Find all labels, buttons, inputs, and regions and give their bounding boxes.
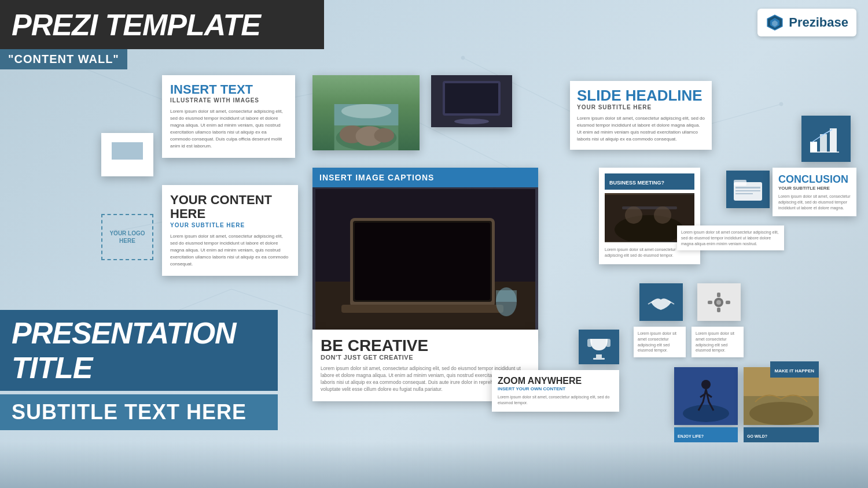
svg-point-12 bbox=[461, 56, 465, 60]
handshake-icon-card bbox=[639, 283, 683, 321]
svg-rect-66 bbox=[606, 339, 610, 347]
monitor-card bbox=[101, 133, 153, 176]
logo-placeholder-text: YOUR LOGO HERE bbox=[102, 230, 152, 245]
right-text-block-2: Lorem ipsum dolor sit amet consectetur a… bbox=[634, 327, 686, 357]
svg-rect-64 bbox=[593, 358, 605, 360]
svg-point-34 bbox=[454, 119, 489, 124]
jump-image-card: ENJOY LIFE? bbox=[674, 367, 738, 425]
zoom-anywhere-card: ZOOM ANYWHERE INSERT YOUR OWN CONTENT Lo… bbox=[492, 370, 619, 412]
presentation-title: PRESENTATION TITLE bbox=[12, 316, 236, 385]
svg-rect-23 bbox=[119, 166, 136, 168]
svg-rect-21 bbox=[112, 142, 143, 160]
svg-point-69 bbox=[701, 380, 711, 389]
folder-icon-card bbox=[726, 171, 770, 208]
enjoy-life-label: ENJOY LIFE? bbox=[678, 434, 704, 438]
make-it-happen-label: MAKE IT HAPPEN bbox=[775, 368, 814, 374]
svg-point-30 bbox=[341, 104, 391, 119]
svg-point-28 bbox=[374, 128, 393, 143]
image-captions-header: INSERT IMAGE CAPTIONS bbox=[312, 168, 538, 187]
folder-icon bbox=[732, 175, 764, 204]
svg-rect-62 bbox=[726, 301, 730, 304]
laptop-large-img bbox=[315, 189, 535, 334]
svg-rect-44 bbox=[341, 305, 503, 313]
chart-icon bbox=[807, 121, 845, 156]
insert-text-card: INSERT TEXT ILLUSTRATE WITH IMAGES Lorem… bbox=[162, 75, 295, 158]
chart-card bbox=[801, 116, 851, 162]
conclusion-card: CONCLUSION YOUR SUBTITLE HERE Lorem ipsu… bbox=[773, 168, 856, 216]
svg-point-68 bbox=[683, 405, 729, 422]
enjoy-life-header: ENJOY LIFE? bbox=[674, 427, 738, 442]
presentation-title-area: PRESENTATION TITLE SUBTITLE TEXT HERE bbox=[0, 310, 278, 430]
svg-rect-61 bbox=[708, 301, 712, 304]
conclusion-subheading: YOUR SUBTITLE HERE bbox=[778, 186, 851, 191]
svg-rect-65 bbox=[587, 339, 592, 347]
conclusion-heading: CONCLUSION bbox=[778, 173, 851, 186]
go-wild-header: GO WILD? bbox=[744, 427, 819, 442]
shadow-overlay bbox=[0, 442, 868, 488]
your-content-heading: YOUR CONTENT HERE bbox=[170, 193, 290, 221]
prezibase-icon bbox=[766, 13, 784, 32]
right-text-block-1: Lorem ipsum dolor sit amet consectetur a… bbox=[677, 225, 784, 250]
svg-rect-56 bbox=[735, 193, 753, 194]
presentation-subtitle: SUBTITLE TEXT HERE bbox=[12, 400, 247, 424]
svg-rect-59 bbox=[717, 293, 720, 297]
slide-headline-heading: SLIDE HEADLINE bbox=[577, 88, 705, 103]
right-text-1-body: Lorem ipsum dolor sit amet consectetur a… bbox=[681, 230, 780, 246]
be-creative-heading: BE CREATIVE bbox=[321, 338, 530, 354]
right-text-2-body: Lorem ipsum dolor sit amet consectetur a… bbox=[638, 331, 682, 353]
prezibase-logo[interactable]: Prezibase bbox=[757, 9, 856, 36]
svg-point-58 bbox=[716, 300, 721, 305]
svg-rect-33 bbox=[445, 83, 498, 113]
your-content-card: YOUR CONTENT HERE YOUR SUBTITLE HERE Lor… bbox=[162, 185, 298, 276]
svg-rect-37 bbox=[830, 128, 837, 152]
laptop-small-img bbox=[431, 75, 512, 127]
zoom-body: Lorem ipsum dolor sit amet, consectetur … bbox=[498, 394, 613, 406]
insert-text-body: Lorem ipsum dolor sit amet, consectetur … bbox=[170, 108, 287, 150]
slide-headline-subheading: YOUR SUBTITLE HERE bbox=[577, 104, 705, 110]
svg-rect-60 bbox=[717, 308, 720, 312]
rocks-illustration bbox=[332, 104, 401, 150]
svg-rect-35 bbox=[810, 142, 817, 152]
image-captions-label: INSERT IMAGE CAPTIONS bbox=[319, 173, 434, 182]
image-captions-image bbox=[312, 187, 538, 335]
trophy-icon-card bbox=[579, 330, 619, 364]
presentation-title-block: PRESENTATION TITLE bbox=[0, 310, 278, 391]
header-title: PREZI TEMPLATE bbox=[12, 10, 260, 40]
svg-point-50 bbox=[625, 206, 642, 224]
right-text-3-body: Lorem ipsum dolor sit amet consectetur a… bbox=[696, 331, 740, 353]
jump-image bbox=[674, 367, 738, 425]
gear-icon bbox=[703, 288, 735, 317]
svg-point-14 bbox=[779, 102, 783, 106]
slide-headline-card: SLIDE HEADLINE YOUR SUBTITLE HERE Lorem … bbox=[570, 81, 712, 150]
subtitle-label: "CONTENT WALL" bbox=[8, 53, 119, 66]
trophy-icon bbox=[584, 334, 613, 360]
svg-rect-63 bbox=[596, 354, 602, 358]
laptop-small-card bbox=[431, 75, 512, 127]
presentation-subtitle-block: SUBTITLE TEXT HERE bbox=[0, 394, 278, 430]
svg-rect-53 bbox=[734, 180, 746, 186]
make-it-happen-header: MAKE IT HAPPEN bbox=[770, 361, 819, 378]
subtitle-banner: "CONTENT WALL" bbox=[0, 49, 127, 69]
svg-rect-55 bbox=[735, 190, 760, 191]
your-content-subheading: YOUR SUBTITLE HERE bbox=[170, 222, 290, 228]
svg-rect-54 bbox=[735, 187, 760, 188]
header-banner: PREZI TEMPLATE bbox=[0, 0, 324, 49]
your-content-body: Lorem ipsum dolor sit amet, consectetur … bbox=[170, 233, 290, 268]
svg-rect-43 bbox=[355, 223, 490, 300]
insert-text-subheading: ILLUSTRATE WITH IMAGES bbox=[170, 97, 287, 103]
slide-headline-body: Lorem ipsum dolor sit amet, consectetur … bbox=[577, 115, 705, 143]
conclusion-body: Lorem ipsum dolor sit amet, consectetur … bbox=[778, 194, 851, 210]
monitor-icon bbox=[107, 139, 148, 171]
gear-icon-card bbox=[697, 283, 741, 321]
svg-rect-46 bbox=[496, 290, 517, 302]
right-text-block-3: Lorem ipsum dolor sit amet consectetur a… bbox=[692, 327, 744, 357]
svg-rect-36 bbox=[820, 134, 827, 152]
logo-text: Prezibase bbox=[789, 15, 848, 30]
image-captions-card: INSERT IMAGE CAPTIONS bbox=[312, 168, 538, 335]
logo-placeholder: YOUR LOGO HERE bbox=[101, 214, 153, 260]
svg-point-51 bbox=[654, 206, 671, 224]
handshake-icon bbox=[645, 288, 677, 317]
svg-point-72 bbox=[749, 402, 813, 425]
business-meeting-label: BUSINESS MEETING? bbox=[609, 180, 664, 186]
go-wild-label: GO WILD? bbox=[747, 434, 767, 438]
